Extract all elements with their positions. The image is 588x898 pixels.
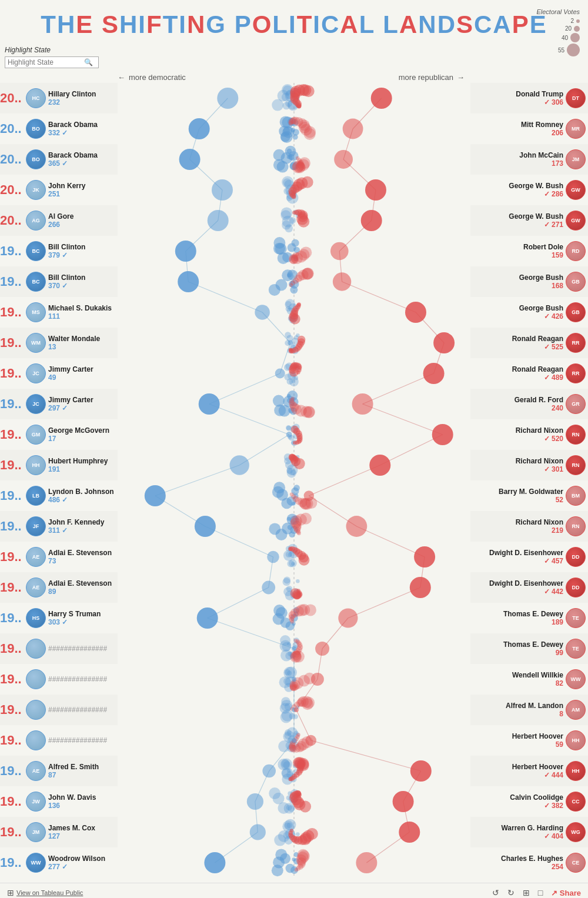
right-row-3: George W. Bush✓ 286GW [470,175,588,205]
dem-info-23: John W. Davis136 [48,793,118,810]
rep-avatar-2: JM [566,149,586,169]
rep-info-15: Dwight D. Eisenhower✓ 457 [470,549,563,566]
rep-avatar-3: GW [566,180,586,200]
dem-votes-25: 277 ✓ [48,863,118,871]
right-row-15: Dwight D. Eisenhower✓ 457DD [470,542,588,572]
header: THE SHIFTING POLITICAL LANDSCAPE Elector… [0,0,588,44]
footer-right: ↺ ↻ ⊞ □ ↗ Share [492,888,581,897]
svg-point-616 [399,822,420,843]
svg-point-297 [199,393,220,415]
left-row-21: 19..############### [0,725,118,756]
dem-name-11: George McGovern [48,426,118,435]
right-row-19: Wendell Willkie82WW [470,664,588,695]
svg-point-590 [393,791,414,812]
filter-input-wrap[interactable]: 🔍 [5,56,99,68]
dem-info-25: Woodrow Wilson277 ✓ [48,854,118,872]
rep-info-22: Herbert Hoover✓ 444 [470,763,563,780]
rep-info-13: Barry M. Goldwater52 [470,488,563,505]
year-label-8: 19.. [0,335,24,350]
svg-point-635 [204,852,225,873]
dem-avatar-2: BO [26,149,46,169]
svg-point-228 [290,314,300,325]
arrow-right-icon: → [457,73,465,82]
rep-avatar-22: HH [566,761,586,781]
legend-item-20: 20 [565,25,580,32]
rep-avatar-13: BM [566,486,586,506]
right-row-2: John McCain173JM [470,144,588,175]
direction-row: ← more democratic more republican → [0,72,470,83]
svg-point-377 [195,516,216,537]
dem-name-9: Jimmy Carter [48,365,118,373]
dem-avatar-0: HC [26,88,46,108]
dem-info-8: Walter Mondale13 [48,335,118,352]
dem-votes-10: 297 ✓ [48,404,118,412]
dem-info-16: Adlai E. Stevenson89 [48,579,118,596]
year-label-7: 19.. [0,305,24,320]
svg-point-149 [212,179,233,201]
dem-info-1: Barack Obama332 ✓ [48,121,118,138]
rep-votes-2: 173 [552,159,563,168]
year-label-12: 19.. [0,458,24,473]
device-icon[interactable]: □ [538,888,543,897]
left-row-1: 20..BOBarack Obama332 ✓ [0,113,118,144]
rep-info-14: Richard Nixon219 [470,518,563,535]
svg-point-588 [299,801,311,813]
redo-icon[interactable]: ↻ [507,888,514,897]
svg-point-298 [352,393,373,415]
rep-info-9: Ronald Reagan✓ 489 [470,365,563,382]
rep-votes-15: ✓ 457 [544,557,563,565]
rep-avatar-19: WW [566,669,586,689]
rep-votes-16: ✓ 442 [544,587,563,596]
dem-info-17: Harry S Truman303 ✓ [48,610,118,627]
left-row-14: 19..JFJohn F. Kennedy311 ✓ [0,511,118,542]
svg-point-547 [278,759,289,770]
left-row-13: 19..LBLyndon B. Johnson486 ✓ [0,480,118,511]
svg-point-615 [250,824,266,840]
tableau-link[interactable]: View on Tableau Public [16,889,83,896]
svg-point-562 [298,759,309,771]
left-labels: 20..HCHillary Clinton23220..BOBarack Oba… [0,83,118,878]
rep-name-19: Wendell Willkie [512,671,563,679]
dem-avatar-15: AE [26,547,46,567]
svg-point-64 [272,99,283,111]
svg-line-34 [348,587,420,618]
filter-input[interactable] [8,58,84,66]
rep-avatar-15: DD [566,547,586,567]
year-label-19: 19.. [0,672,24,687]
rep-info-1: Mitt Romney206 [470,121,563,138]
dem-votes-24: 127 [48,832,118,840]
dem-name-13: Lyndon B. Johnson [48,488,118,496]
dem-name-12: Hubert Humphrey [48,457,118,465]
rep-name-22: Herbert Hoover [512,763,563,771]
left-row-17: 19..HSHarry S Truman303 ✓ [0,603,118,633]
undo-icon[interactable]: ↺ [492,888,499,897]
dem-name-8: Walter Mondale [48,335,118,343]
svg-point-230 [405,302,426,323]
legend-label-2: 2 [570,18,574,24]
legend-circle-20 [574,26,580,32]
svg-point-190 [330,242,349,261]
svg-point-167 [208,210,229,231]
svg-point-189 [175,241,196,262]
rep-votes-25: 254 [552,863,563,871]
right-row-11: Richard Nixon✓ 520RN [470,419,588,450]
svg-line-26 [309,465,380,496]
svg-point-117 [273,149,285,161]
svg-point-404 [283,578,291,586]
svg-point-461 [292,646,296,651]
dem-info-19: ############### [48,675,118,683]
arrow-left-icon: ← [118,73,125,82]
direction-left: ← more democratic [118,73,186,82]
svg-point-105 [189,118,210,139]
svg-point-416 [410,577,431,598]
share-button[interactable]: ↗ Share [551,889,581,897]
filter-label: Highlight State [5,46,51,54]
direction-left-label: more democratic [129,73,186,82]
svg-point-634 [298,849,309,861]
left-row-4: 20..AGAl Gore266 [0,205,118,236]
svg-point-436 [338,608,358,627]
year-label-2: 20.. [0,152,24,167]
layout-icon[interactable]: ⊞ [523,888,530,897]
svg-point-636 [356,852,377,873]
svg-point-178 [273,243,285,255]
